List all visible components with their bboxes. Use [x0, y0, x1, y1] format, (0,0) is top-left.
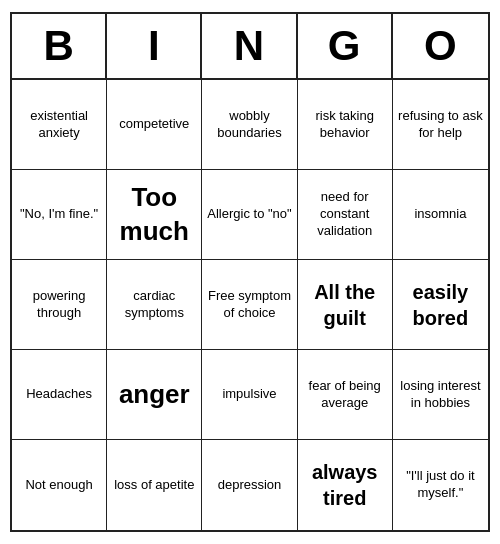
bingo-cell-14: easily bored — [393, 260, 488, 350]
bingo-cell-19: losing interest in hobbies — [393, 350, 488, 440]
bingo-cell-11: cardiac symptoms — [107, 260, 202, 350]
bingo-cell-13: All the guilt — [298, 260, 393, 350]
bingo-cell-20: Not enough — [12, 440, 107, 530]
bingo-letter-g: G — [298, 14, 393, 78]
bingo-cell-21: loss of apetite — [107, 440, 202, 530]
bingo-cell-18: fear of being average — [298, 350, 393, 440]
bingo-cell-12: Free symptom of choice — [202, 260, 297, 350]
bingo-cell-6: Too much — [107, 170, 202, 260]
bingo-grid: existential anxietycompetetivewobbly bou… — [12, 80, 488, 530]
bingo-letter-i: I — [107, 14, 202, 78]
bingo-cell-0: existential anxiety — [12, 80, 107, 170]
bingo-cell-24: "I'll just do it myself." — [393, 440, 488, 530]
bingo-cell-17: impulsive — [202, 350, 297, 440]
bingo-header: BINGO — [12, 14, 488, 80]
bingo-cell-9: insomnia — [393, 170, 488, 260]
bingo-cell-8: need for constant validation — [298, 170, 393, 260]
bingo-card: BINGO existential anxietycompetetivewobb… — [10, 12, 490, 532]
bingo-cell-4: refusing to ask for help — [393, 80, 488, 170]
bingo-cell-7: Allergic to "no" — [202, 170, 297, 260]
bingo-letter-o: O — [393, 14, 488, 78]
bingo-cell-22: depression — [202, 440, 297, 530]
bingo-cell-23: always tired — [298, 440, 393, 530]
bingo-letter-n: N — [202, 14, 297, 78]
bingo-cell-2: wobbly boundaries — [202, 80, 297, 170]
bingo-cell-3: risk taking behavior — [298, 80, 393, 170]
bingo-cell-1: competetive — [107, 80, 202, 170]
bingo-cell-5: "No, I'm fine." — [12, 170, 107, 260]
bingo-cell-10: powering through — [12, 260, 107, 350]
bingo-cell-15: Headaches — [12, 350, 107, 440]
bingo-letter-b: B — [12, 14, 107, 78]
bingo-cell-16: anger — [107, 350, 202, 440]
